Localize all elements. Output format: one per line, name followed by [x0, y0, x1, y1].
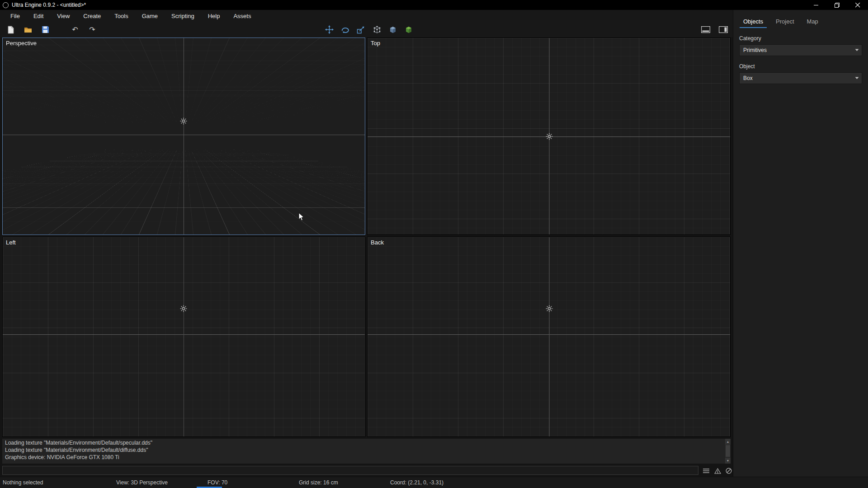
toolbar: ↶ ↷ — [0, 22, 733, 37]
menu-help[interactable]: Help — [201, 10, 227, 22]
console-log[interactable]: Loading texture "Materials/Environment/D… — [2, 439, 725, 464]
layout-toggle-right-button[interactable] — [718, 24, 729, 35]
save-button[interactable] — [40, 24, 51, 35]
close-button[interactable] — [847, 0, 868, 10]
viewport-label-back: Back — [371, 239, 384, 246]
side-panel: Objects Project Map Category Primitives … — [733, 10, 868, 477]
ground-axis-line — [368, 334, 730, 335]
console-scrollbar[interactable]: ▲ ▼ — [725, 439, 731, 464]
object-label: Object — [739, 63, 868, 70]
app-logo-icon — [3, 2, 9, 8]
viewport-left[interactable]: Left — [2, 237, 365, 437]
title-bar: Ultra Engine 0.9.2 - <untitled>* — [0, 0, 868, 10]
panel-tabs: Objects Project Map — [733, 10, 868, 28]
scale-tool-button[interactable] — [355, 24, 366, 35]
console-line: Graphics device: NVIDIA GeForce GTX 1080… — [5, 454, 722, 461]
status-coord: Coord: (2.21, 0, -3.31) — [390, 479, 443, 486]
chevron-down-icon — [852, 73, 862, 84]
log-filter-button[interactable] — [702, 467, 710, 475]
open-folder-icon — [24, 26, 33, 33]
vertical-axis-line — [549, 237, 550, 436]
console-line: Loading texture "Materials/Environment/D… — [5, 446, 722, 454]
viewport-label-left: Left — [6, 239, 16, 246]
rotate-tool-icon — [341, 25, 349, 34]
command-bar — [2, 466, 731, 476]
vertex-tool-icon — [373, 25, 381, 34]
new-file-button[interactable] — [5, 24, 16, 35]
menu-file[interactable]: File — [4, 10, 27, 22]
warning-icon — [714, 468, 721, 474]
object-value: Box — [740, 75, 852, 81]
viewport-perspective[interactable]: Perspective — [2, 38, 365, 235]
error-icon — [726, 468, 732, 474]
object-dropdown[interactable]: Box — [739, 72, 862, 84]
save-icon — [42, 26, 49, 33]
layout-toggle-bottom-icon — [701, 26, 710, 33]
status-selection: Nothing selected — [3, 479, 43, 486]
translate-tool-button[interactable] — [324, 24, 335, 35]
scale-tool-icon — [357, 26, 365, 34]
menu-assets[interactable]: Assets — [226, 10, 258, 22]
menu-game[interactable]: Game — [135, 10, 165, 22]
layout-toggle-right-icon — [719, 26, 728, 33]
menu-edit[interactable]: Edit — [27, 10, 50, 22]
restore-button[interactable] — [826, 0, 847, 10]
menu-view[interactable]: View — [50, 10, 76, 22]
mouse-cursor — [298, 212, 305, 221]
menu-bar: File Edit View Create Tools Game Scripti… — [0, 10, 733, 22]
scrollbar-thumb[interactable] — [726, 445, 730, 457]
viewport-top[interactable]: Top — [367, 38, 731, 235]
list-icon — [703, 468, 709, 474]
vertex-tool-button[interactable] — [371, 24, 382, 35]
window-title: Ultra Engine 0.9.2 - <untitled>* — [12, 2, 86, 8]
vertical-axis-line — [184, 237, 184, 436]
new-file-icon — [7, 26, 14, 34]
scroll-up-icon[interactable]: ▲ — [725, 439, 731, 445]
redo-icon: ↷ — [89, 26, 95, 33]
object-tool-button[interactable] — [387, 24, 398, 35]
status-grid-size: Grid size: 16 cm — [299, 479, 338, 486]
warnings-filter-button[interactable] — [713, 467, 722, 475]
light-entity-icon[interactable] — [546, 305, 553, 312]
object-tool-icon — [388, 25, 397, 34]
viewport-label-perspective: Perspective — [6, 40, 37, 47]
open-file-button[interactable] — [23, 24, 33, 35]
status-view: View: 3D Perspective — [116, 479, 168, 486]
undo-button[interactable]: ↶ — [70, 24, 80, 35]
light-entity-icon[interactable] — [546, 133, 553, 140]
viewport-back[interactable]: Back — [367, 237, 731, 437]
category-dropdown[interactable]: Primitives — [739, 44, 862, 56]
tab-map[interactable]: Map — [802, 16, 823, 28]
chevron-down-icon — [852, 45, 862, 56]
tab-objects[interactable]: Objects — [739, 16, 768, 28]
category-value: Primitives — [740, 47, 852, 53]
viewport-label-top: Top — [371, 40, 380, 47]
light-entity-icon[interactable] — [180, 117, 187, 125]
translate-tool-icon — [325, 25, 334, 34]
category-label: Category — [739, 35, 868, 42]
menu-scripting[interactable]: Scripting — [165, 10, 201, 22]
tab-project[interactable]: Project — [771, 16, 798, 28]
menu-tools[interactable]: Tools — [108, 10, 135, 22]
errors-filter-button[interactable] — [725, 467, 733, 475]
light-entity-icon[interactable] — [180, 305, 187, 312]
redo-button[interactable]: ↷ — [87, 24, 98, 35]
scroll-down-icon[interactable]: ▼ — [725, 458, 731, 464]
terrain-tool-icon — [404, 25, 413, 34]
layout-toggle-bottom-button[interactable] — [700, 24, 711, 35]
console-command-input[interactable] — [2, 466, 698, 475]
undo-icon: ↶ — [72, 26, 78, 33]
status-fov: FOV: 70 — [208, 479, 227, 486]
terrain-tool-button[interactable] — [403, 24, 414, 35]
status-bar: Nothing selected View: 3D Perspective FO… — [0, 477, 868, 488]
rotate-tool-button[interactable] — [340, 24, 350, 35]
minimize-button[interactable] — [806, 0, 826, 10]
console-line: Loading texture "Materials/Environment/D… — [5, 439, 722, 446]
vertical-axis-line — [184, 38, 184, 235]
window-controls — [806, 0, 868, 10]
menu-create[interactable]: Create — [76, 10, 108, 22]
